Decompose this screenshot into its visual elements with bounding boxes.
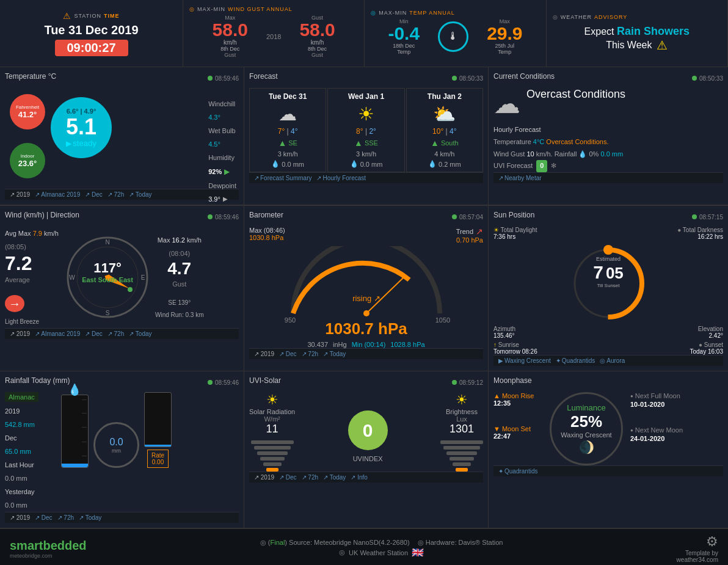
conditions-header: Current Conditions 08:50:33 [493,72,723,84]
forecast-panel: Forecast 08:50:33 Tue Dec 31 ☁ 7° | 4° ▲… [244,67,489,205]
wind-left-stats: Avg Max 7.9 km/h (08:05) 7.2 Average → L… [5,227,60,328]
uvi-nav-dec[interactable]: ↗ Dec [279,474,297,481]
forecast-summary-link[interactable]: ↗ Forecast Summary [254,175,311,181]
forecast-header: Forecast 08:50:33 [249,72,483,84]
footer-right: ⚙ Template by weather34.com [677,534,718,563]
fahrenheit-value: 41.2° [18,110,37,119]
temp-panel-header: Temperature °C 08:59:46 [5,72,239,84]
hourly-forecast-link[interactable]: ↗ Hourly Forecast [316,175,366,181]
uvi-nav-today[interactable]: ↗ Today [323,474,346,481]
wind-nav-dec[interactable]: ↗ Dec [85,330,103,337]
compass-container: N E S W 117° East South East [65,235,150,320]
wind-nav-72h[interactable]: ↗ 72h [107,330,124,337]
advisory-highlight: Rain Showers [617,25,690,37]
day3-icon: ⛅ [433,103,456,125]
uvi-nav-info[interactable]: ↗ Info [351,474,367,481]
day2-speed: 3 km/h [356,150,376,158]
temp-nav-72h[interactable]: ↗ 72h [107,191,124,198]
forecast-day-2: Wed Jan 1 ☀ 8° | 2° ▲ SSE 3 km/h 💧 0.0 m… [327,88,404,172]
temp-nav-2019[interactable]: ↗ 2019 [10,191,30,198]
avg-wind-big: 7.2 [5,253,60,273]
main-temp-circle: 6.6° | 4.9° 5.1 ▶ steady [51,97,112,158]
rain-rate-container: Rate 0.00 [144,392,172,468]
rainfall-nav-today[interactable]: ↗ Today [79,514,101,521]
moon-left-info: ▲ Moon Rise 12:35 ▼ Moon Set 22:47 [493,392,542,465]
wind-nav-almanac[interactable]: ↗ Almanac 2019 [35,330,80,337]
uvi-nav: ↗ 2019 ↗ Dec ↗ 72h ↗ Today ↗ Info [249,472,483,483]
moon-rise-icon: ▲ [493,392,500,399]
wind-title: Wind (km/h) | Direction [5,211,79,219]
svg-point-15 [603,245,613,255]
temp-values: Min -0.4 18th Dec Temp 🌡 Max 29.9 25th J… [371,16,539,57]
moon-quadrantids-link[interactable]: ✦ Quadrantids [498,468,537,475]
wind-values: Max 58.0 km/h 8th Dec Gust 2018 Gust 58.… [189,12,358,60]
condition-text: Overcast Conditions [526,88,625,101]
rain-gauge-short-fill [145,445,171,447]
temp-nav-dec[interactable]: ↗ Dec [85,191,103,198]
moon-set-icon: ▼ [493,425,500,432]
uvi-content: ☀ Solar Radiation W/m² 11 0 UVINDEX [249,392,483,472]
baro-nav-2019[interactable]: ↗ 2019 [254,351,274,357]
uvi-badge: 0 [536,160,547,172]
moon-right-info: ● Next Full Moon 10-01-2020 ● Next New M… [630,392,683,465]
raindrop-icon: 💧 [68,383,81,396]
min-wind-value: 58.0 [299,21,335,39]
temp-icon-circle: 🌡 [438,21,468,52]
wind-run: Wind Run: 0.3 km [155,309,203,321]
phase-label: Waxing Crescent [561,431,611,439]
next-full-moon-date: 10-01-2020 [630,401,683,408]
next-new-moon-row: ● Next New Moon [630,426,683,434]
moon-rise-row: ▲ Moon Rise [493,392,542,399]
temp-nav-today[interactable]: ↗ Today [129,191,151,198]
wind-right-stats: Max 16.2 km/h (08:04) 4.7 Gust SE 139° W… [155,233,203,321]
forecast-timestamp: 08:50:33 [452,75,483,82]
rainfall-content: Almanac 2019 542.8 mm Dec 65.0 mm Last H… [5,392,239,512]
gust-big: 4.7 [155,260,203,277]
wind-year: 2018 [266,33,281,40]
indoor-circle: Indoor 23.6° [10,143,45,178]
row1: Temperature °C 08:59:46 Fahrenheit 41.2°… [0,67,728,206]
top-bar: ⚠ STATION TIME Tue 31 Dec 2019 09:00:27 … [0,0,728,67]
till-sunset: Till Sunset [569,283,648,288]
rainfall-nav-dec[interactable]: ↗ Dec [35,514,53,521]
moon-circle-container: Luminance 25% Waxing Crescent 🌒 [550,392,623,465]
station-label: ⚠ STATION TIME [63,11,119,21]
sun-position-panel: Sun Position 08:57:15 ☀ Total Daylight 7… [489,206,728,371]
rainfall-nav-2019[interactable]: ↗ 2019 [10,514,30,521]
template-gear-icon: ⚙ [677,534,718,550]
forecast-temp: 4°C [533,138,544,145]
svg-text:rising ↗: rising ↗ [352,294,380,303]
day1-date: Tue Dec 31 [269,92,307,101]
uvindex-label: UVINDEX [353,455,383,462]
aurora-link[interactable]: ◎ Aurora [600,357,625,364]
moon-circle: Luminance 25% Waxing Crescent 🌒 [550,392,623,465]
day3-speed: 4 km/h [434,150,454,158]
wind-nav-today[interactable]: ↗ Today [129,330,151,337]
rainfall-title: Rainfall Today (mm) [5,376,70,385]
waxing-crescent-link[interactable]: ▶ Waxing Crescent [498,357,551,364]
indoor-value: 23.6° [18,159,37,168]
baro-nav-72h[interactable]: ↗ 72h [302,351,318,357]
baro-nav-dec[interactable]: ↗ Dec [279,351,297,357]
uvi-header: UVI-Solar 08:59:12 [249,376,483,388]
clock-display: 09:00:27 [55,40,128,56]
avg-dir: SE 139° [155,297,203,309]
moon-rise-time: 12:35 [493,399,542,407]
conditions-timestamp: 08:50:33 [692,75,723,82]
moon-title: Moonphase [493,376,532,385]
humidity-arrow: ▶ [224,164,230,179]
quadrantids-link[interactable]: ✦ Quadrantids [556,357,595,364]
final-link[interactable]: Final [271,539,285,546]
advisory-section: ◎ WEATHER ADVISORY Expect Rain Showers T… [547,0,728,67]
rainfall-nav-72h[interactable]: ↗ 72h [57,514,74,521]
rain-gauge-area: — — — — — 💧 0.0 mm [61,392,172,468]
rain-circle: 0.0 mm [93,422,139,468]
baro-nav-today[interactable]: ↗ Today [323,351,346,357]
uvi-nav-72h[interactable]: ↗ 72h [302,474,318,481]
uvi-nav-2019[interactable]: ↗ 2019 [254,474,274,481]
uvi-title: UVI-Solar [249,376,281,385]
nearby-metar-link[interactable]: ↗ Nearby Metar [498,175,542,181]
wind-nav-2019[interactable]: ↗ 2019 [10,330,30,337]
baro-main-value: 1030.7 hPa [325,319,407,338]
temp-nav-almanac[interactable]: ↗ Almanac 2019 [35,191,80,198]
